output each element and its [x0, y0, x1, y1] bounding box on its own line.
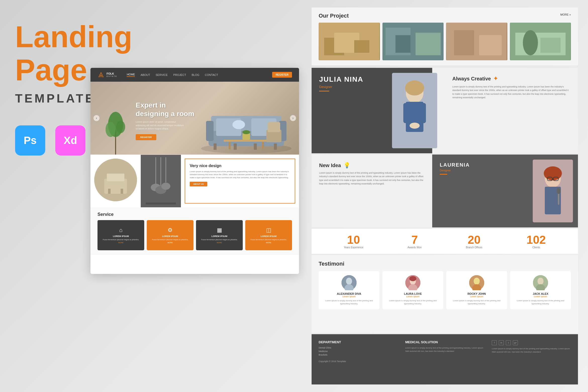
footer-medical-title: MEDICAL SOLUTION [405, 340, 484, 344]
svg-point-57 [405, 80, 424, 95]
service-more-4[interactable]: MORE [266, 242, 271, 243]
service-icon-2: ⚙ [168, 227, 173, 233]
nav-project[interactable]: PROJECT [173, 73, 186, 76]
testi-role-1: Lorem Ipsum [323, 295, 375, 298]
svg-rect-17 [229, 142, 231, 149]
service-icon-1: ⌂ [119, 227, 122, 233]
idea-bulb-icon: 💡 [344, 162, 350, 169]
footer-link-medicine[interactable]: Medicine [319, 350, 398, 353]
social-twitter-icon[interactable]: t [506, 340, 511, 345]
stat-clients: 102 Clients [526, 234, 546, 249]
service-card-text-3: Fusce fermentum placerat magna ac pharet… [201, 238, 237, 241]
svg-rect-11 [254, 143, 257, 150]
creative-star-icon: ✦ [493, 75, 498, 82]
service-icon-4: ◫ [266, 227, 271, 233]
nav-service[interactable]: SERVICE [156, 73, 168, 76]
nav-about[interactable]: ABOUT [140, 73, 150, 76]
testi-name-4: JACK ALEX [514, 292, 567, 295]
footer-department-title: DEPARTMENT [319, 340, 398, 344]
service-card-text-2: Fusce fermentum placerat magna ac pharet… [152, 238, 188, 241]
service-card-text-4: Fusce fermentum placerat magna ac pharet… [251, 238, 287, 241]
service-section: Service ⌂ LOREM IPSUM Fusce fermentum pl… [90, 207, 299, 255]
stat-offices-number: 20 [466, 234, 482, 246]
testi-avatar-2 [405, 275, 420, 290]
testi-name-3: ROCKY JOHN [450, 292, 503, 295]
service-icon-3: ▦ [217, 227, 222, 233]
footer-social-icons: f in t g+ [492, 340, 571, 345]
idea-desc: Lorem ipsum is simply dummy text of the … [319, 171, 425, 186]
our-project-title: Our Project [319, 13, 571, 19]
svg-point-75 [474, 278, 480, 285]
testimoni-cards: ALEXANDER DIVA Lorem Ipsum Lorem ipsum i… [319, 271, 571, 309]
social-gplus-icon[interactable]: g+ [513, 340, 518, 345]
testimoni-section: Testimoni ALEXANDER DIVA Lorem Ipsum Lor… [312, 255, 578, 333]
nav-register-btn[interactable]: REGISTER [272, 72, 292, 78]
our-project-panel: Our Project MORE » [312, 8, 578, 65]
social-facebook-icon[interactable]: f [492, 340, 497, 345]
testi-text-3: Lorem ipsum is simply dummy text of the … [450, 299, 503, 305]
stat-awards-label: Awards Won [408, 246, 422, 249]
hero-arrow-left[interactable]: ‹ [93, 115, 100, 121]
stat-clients-label: Clients [526, 246, 546, 249]
stat-offices-label: Branch Offices [466, 246, 482, 249]
svg-point-34 [161, 183, 170, 190]
service-more-2[interactable]: MORE [168, 242, 173, 243]
service-more-3[interactable]: MORE [217, 242, 222, 243]
svg-rect-42 [415, 33, 440, 55]
service-card-title-1: LOREM IPSUM [113, 235, 129, 237]
svg-point-20 [242, 130, 250, 134]
testi-text-2: Lorem ipsum is simply dummy text of the … [386, 299, 439, 305]
our-project-more[interactable]: MORE » [560, 13, 571, 16]
service-cards: ⌂ LOREM IPSUM Fusce fermentum placerat m… [97, 220, 292, 250]
svg-rect-19 [242, 133, 250, 140]
svg-rect-54 [403, 103, 410, 123]
svg-point-15 [232, 120, 245, 129]
svg-point-78 [537, 278, 544, 285]
service-more-1[interactable]: MORE [118, 242, 124, 243]
svg-rect-43 [395, 35, 410, 53]
design-about-btn[interactable]: ABOUT US [190, 182, 207, 186]
nav-home[interactable]: HOME [127, 73, 135, 77]
project-images [319, 23, 571, 60]
service-card-title-4: LOREM IPSUM [261, 235, 277, 237]
right-panels: Our Project MORE » [312, 8, 578, 384]
svg-point-49 [523, 30, 538, 55]
stat-experience: 10 Years Experience [344, 234, 363, 249]
testi-name-2: LAURA LOVE [386, 292, 439, 295]
new-idea-title: New Idea 💡 [319, 162, 425, 169]
testi-role-4: Lorem Ipsum [514, 295, 567, 298]
project-img-2 [382, 23, 444, 60]
svg-rect-55 [420, 103, 426, 123]
hero-title-line2: designing a room [136, 110, 194, 118]
julia-panel: JULIA NINA Designer [312, 68, 578, 153]
hero-register-btn[interactable]: REGISTER [136, 134, 156, 140]
svg-rect-65 [558, 192, 559, 205]
svg-rect-50 [540, 38, 560, 53]
design-text-box: Very nice design Lorem ipsum is simply d… [185, 159, 295, 204]
nav-contact[interactable]: CONTACT [205, 73, 218, 76]
footer-medical-text: Lorem ipsum is simply dummy text of the … [405, 347, 484, 353]
testi-card-1: ALEXANDER DIVA Lorem Ipsum Lorem ipsum i… [319, 271, 379, 309]
service-card-text-1: Fusce fermentum placerat magna ac pharet… [103, 238, 139, 241]
julia-divider [319, 91, 329, 91]
service-card-4: ◫ LOREM IPSUM Fusce fermentum placerat m… [245, 220, 292, 250]
julia-right: Always Creative ✦ Lorem ipsum is simply … [432, 68, 578, 153]
service-card-title-2: LOREM IPSUM [162, 235, 178, 237]
svg-rect-18 [262, 142, 264, 149]
testi-text-4: Lorem ipsum is simply dummy text of the … [514, 299, 567, 305]
svg-rect-45 [454, 30, 474, 55]
design-title: Very nice design [190, 164, 290, 168]
design-section: Very nice design Lorem ipsum is simply d… [90, 155, 299, 207]
hero-content: Expert in designing a room Lorem ipsum d… [90, 96, 194, 140]
svg-rect-22 [268, 122, 280, 132]
julia-photo-placeholder [392, 73, 437, 148]
hero-arrow-right[interactable]: › [290, 115, 296, 121]
laurenia-divider [440, 174, 447, 175]
social-linkedin-icon[interactable]: in [499, 340, 504, 345]
footer-link-brackets[interactable]: Brackets [319, 354, 398, 356]
nav-blog[interactable]: BLOG [192, 73, 200, 76]
idea-panels: New Idea 💡 Lorem ipsum is simply dummy t… [312, 155, 578, 227]
sofa-scene [199, 93, 294, 155]
footer-link-dental[interactable]: Dental Clinic [319, 347, 398, 349]
julia-photo [392, 73, 437, 148]
